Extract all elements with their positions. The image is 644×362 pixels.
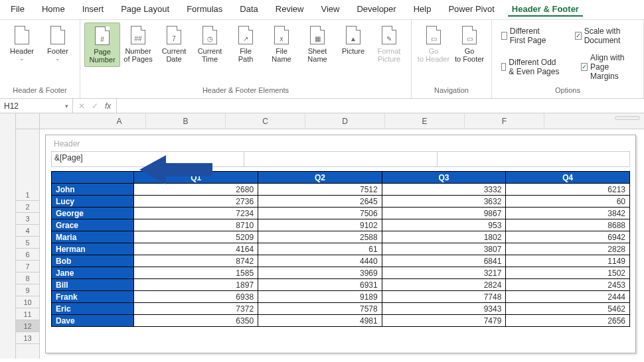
row-name-cell[interactable]: Maria xyxy=(52,231,134,243)
data-cell[interactable]: 1802 xyxy=(382,231,506,243)
data-cell[interactable]: 4164 xyxy=(134,243,258,255)
option-scale-with-document[interactable]: ✓Scale with Document xyxy=(575,25,634,46)
row-name-cell[interactable]: Dave xyxy=(52,315,134,327)
name-box[interactable]: H12 ▾ xyxy=(0,99,73,113)
col-header-B[interactable]: B xyxy=(146,113,226,129)
row-name-cell[interactable]: Bill xyxy=(52,279,134,291)
row-name-cell[interactable]: Frank xyxy=(52,291,134,303)
row-header-12[interactable]: 12 xyxy=(16,320,39,332)
data-cell[interactable]: 7512 xyxy=(258,184,382,196)
data-cell[interactable]: 2453 xyxy=(506,279,630,291)
table-row[interactable]: Eric7372757893435462 xyxy=(52,303,630,315)
tab-review[interactable]: Review xyxy=(272,3,308,17)
data-cell[interactable]: 9189 xyxy=(258,291,382,303)
data-cell[interactable]: 3842 xyxy=(506,208,630,219)
data-cell[interactable]: 6350 xyxy=(134,315,258,327)
option-different-first-page[interactable]: Different First Page xyxy=(501,25,556,46)
table-row[interactable]: Bill1897693128242453 xyxy=(52,279,630,291)
file-path-button[interactable]: ↗FilePath xyxy=(228,23,264,67)
data-table[interactable]: Q1Q2Q3Q4John2680751233326213Lucy27362645… xyxy=(51,171,630,327)
row-name-cell[interactable]: Lucy xyxy=(52,196,134,208)
row-name-cell[interactable]: Jane xyxy=(52,267,134,279)
table-header[interactable]: Q2 xyxy=(258,172,382,184)
data-cell[interactable]: 6213 xyxy=(506,184,630,196)
data-cell[interactable]: 7372 xyxy=(134,303,258,315)
col-header-A[interactable]: A xyxy=(93,113,146,129)
table-row[interactable]: Bob8742444068411149 xyxy=(52,255,630,267)
col-header-E[interactable]: E xyxy=(385,113,465,129)
data-cell[interactable]: 2656 xyxy=(506,315,630,327)
select-all-gutter[interactable] xyxy=(0,113,16,359)
data-cell[interactable]: 8710 xyxy=(134,219,258,231)
row-header-7[interactable]: 7 xyxy=(16,261,39,272)
horizontal-scroll-mini[interactable] xyxy=(615,115,640,121)
data-cell[interactable]: 1502 xyxy=(506,267,630,279)
row-header-8[interactable]: 8 xyxy=(16,272,39,284)
table-row[interactable]: Lucy27362645363260 xyxy=(52,196,630,208)
data-cell[interactable]: 6841 xyxy=(382,255,506,267)
cancel-icon[interactable]: ✕ xyxy=(78,101,85,111)
table-row[interactable]: Dave6350498174792656 xyxy=(52,315,630,327)
row-header-5[interactable]: 5 xyxy=(16,237,39,249)
table-header[interactable]: Q4 xyxy=(506,172,630,184)
tab-help[interactable]: Help xyxy=(410,3,436,17)
data-cell[interactable]: 9867 xyxy=(382,208,506,219)
fx-icon[interactable]: fx xyxy=(105,101,111,111)
row-header-6[interactable]: 6 xyxy=(16,249,39,261)
sheet-name-button[interactable]: ▦SheetName xyxy=(299,23,335,67)
header-center[interactable] xyxy=(244,152,437,166)
data-cell[interactable]: 3969 xyxy=(258,267,382,279)
table-row[interactable]: John2680751233326213 xyxy=(52,184,630,196)
data-cell[interactable]: 3332 xyxy=(382,184,506,196)
data-cell[interactable]: 4440 xyxy=(258,255,382,267)
tab-formulas[interactable]: Formulas xyxy=(183,3,226,17)
tab-developer[interactable]: Developer xyxy=(353,3,400,17)
row-name-cell[interactable]: George xyxy=(52,208,134,219)
row-header-4[interactable]: 4 xyxy=(16,225,39,237)
data-cell[interactable]: 7506 xyxy=(258,208,382,219)
data-cell[interactable]: 2588 xyxy=(258,231,382,243)
table-row[interactable]: Herman41646138072828 xyxy=(52,243,630,255)
data-cell[interactable]: 3807 xyxy=(382,243,506,255)
tab-home[interactable]: Home xyxy=(38,3,69,17)
data-cell[interactable]: 2680 xyxy=(134,184,258,196)
tab-view[interactable]: View xyxy=(317,3,343,17)
table-header[interactable] xyxy=(52,172,134,184)
tab-data[interactable]: Data xyxy=(236,3,262,17)
row-name-cell[interactable]: Grace xyxy=(52,219,134,231)
name-box-dropdown-icon[interactable]: ▾ xyxy=(65,103,68,109)
current-time-button[interactable]: ◷CurrentTime xyxy=(192,23,228,67)
row-header-11[interactable]: 11 xyxy=(16,308,39,320)
table-row[interactable]: Grace871091029538688 xyxy=(52,219,630,231)
formula-input[interactable] xyxy=(117,99,644,113)
col-header-C[interactable]: C xyxy=(226,113,305,129)
row-name-cell[interactable]: Bob xyxy=(52,255,134,267)
data-cell[interactable]: 7234 xyxy=(134,208,258,219)
option-align-with-page-margins[interactable]: ✓Align with Page Margins xyxy=(581,52,634,82)
footer-button[interactable]: Footer⌄ xyxy=(40,23,76,64)
data-cell[interactable]: 2824 xyxy=(382,279,506,291)
data-cell[interactable]: 9102 xyxy=(258,219,382,231)
data-cell[interactable]: 4981 xyxy=(258,315,382,327)
page-number-button[interactable]: #PageNumber xyxy=(84,23,120,67)
data-cell[interactable]: 9343 xyxy=(382,303,506,315)
data-cell[interactable]: 1149 xyxy=(506,255,630,267)
col-header-D[interactable]: D xyxy=(305,113,385,129)
data-cell[interactable]: 2736 xyxy=(134,196,258,208)
table-row[interactable]: Frank6938918977482444 xyxy=(52,291,630,303)
tab-page-layout[interactable]: Page Layout xyxy=(117,3,173,17)
row-name-cell[interactable]: Eric xyxy=(52,303,134,315)
data-cell[interactable]: 8742 xyxy=(134,255,258,267)
option-different-odd-even-pages[interactable]: Different Odd & Even Pages xyxy=(501,52,562,82)
data-cell[interactable]: 60 xyxy=(506,196,630,208)
table-row[interactable]: George7234750698673842 xyxy=(52,208,630,219)
row-header-13[interactable]: 13 xyxy=(16,332,39,344)
data-cell[interactable]: 2444 xyxy=(506,291,630,303)
data-cell[interactable]: 953 xyxy=(382,219,506,231)
tab-header-footer[interactable]: Header & Footer xyxy=(508,3,583,17)
data-cell[interactable]: 5209 xyxy=(134,231,258,243)
table-header[interactable]: Q3 xyxy=(382,172,506,184)
row-header-9[interactable]: 9 xyxy=(16,284,39,296)
data-cell[interactable]: 7578 xyxy=(258,303,382,315)
file-name-button[interactable]: xFileName xyxy=(264,23,299,67)
